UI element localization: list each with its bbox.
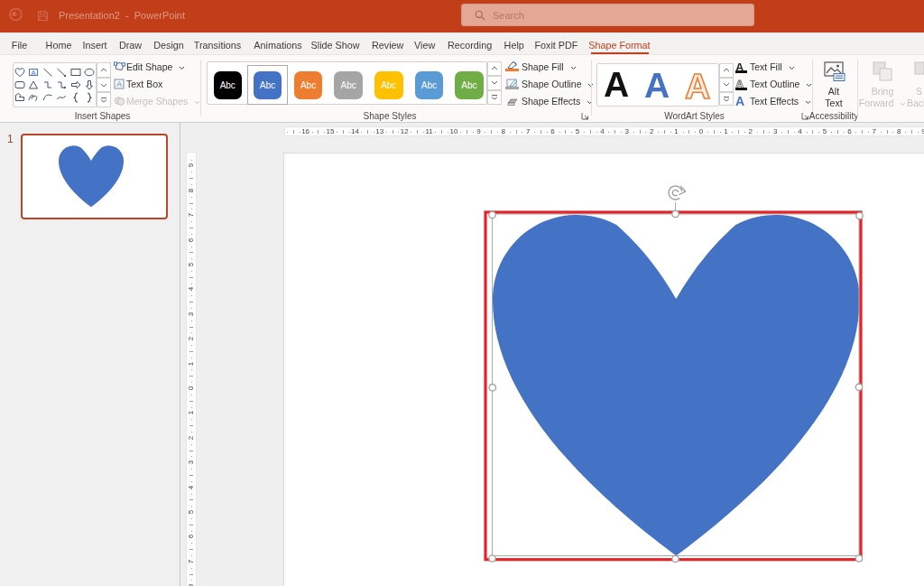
svg-text:A: A xyxy=(116,79,122,88)
svg-text:A: A xyxy=(32,69,36,77)
